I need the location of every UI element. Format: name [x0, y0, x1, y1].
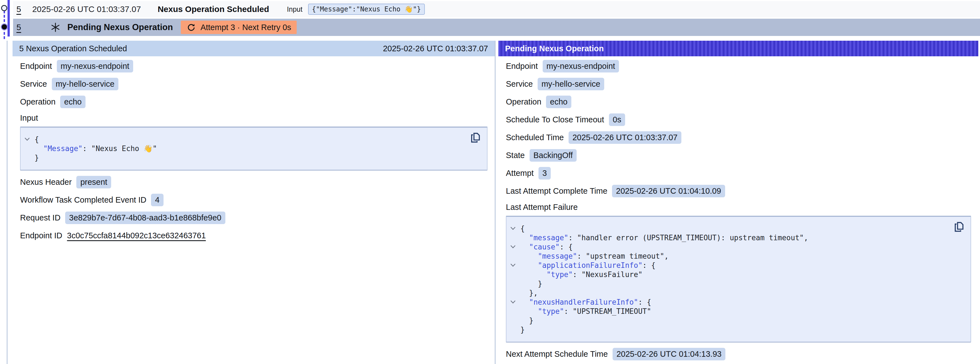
field-operation: Operationecho [20, 95, 489, 108]
field-last-attempt-complete-time: Last Attempt Complete Time2025-02-26 UTC… [506, 185, 973, 197]
field-value-badge: 3 [538, 167, 551, 179]
json-text: } [520, 326, 525, 334]
json-key: "message" [538, 252, 577, 260]
timeline-active-bar [8, 0, 10, 37]
json-key: "cause" [529, 243, 560, 251]
event-id-link[interactable]: 5 [16, 5, 21, 14]
collapse-chevron-down-icon[interactable] [510, 245, 516, 249]
json-text: } [35, 153, 39, 162]
json-code-line: "message": "upstream timeout", [520, 252, 948, 261]
event-row-pending-nexus-operation[interactable]: 5 Pending Nexus Operation Attempt 3 · Ne… [13, 19, 980, 36]
json-text: : { [643, 261, 655, 270]
field-state: StateBackingOff [506, 149, 973, 162]
field-label: Scheduled Time [506, 133, 564, 142]
json-text: { [35, 135, 39, 144]
field-endpoint: Endpointmy-nexus-endpoint [506, 60, 973, 72]
timeline-marker-open-circle-icon [1, 5, 7, 11]
event-title: Nexus Operation Scheduled [158, 5, 269, 14]
field-next-attempt-schedule-time: Next Attempt Schedule Time2025-02-26 UTC… [506, 348, 973, 360]
field-value-badge: 2025-02-26 UTC 01:04:13.93 [612, 348, 725, 360]
json-code-line: "cause": { [520, 243, 948, 252]
field-value-badge: present [76, 176, 111, 188]
json-text: { [520, 224, 525, 233]
collapse-chevron-down-icon[interactable] [510, 263, 516, 268]
collapse-chevron-down-icon[interactable] [510, 226, 516, 231]
json-code-line: { [520, 224, 948, 233]
copy-button[interactable] [953, 221, 965, 233]
collapse-chevron-down-icon[interactable] [24, 137, 30, 142]
field-value-badge: echo [546, 96, 571, 108]
workflow-event-history-view: 5 2025-02-26 UTC 01:03:37.07 Nexus Opera… [0, 0, 980, 364]
field-label: Endpoint [20, 62, 52, 71]
asterisk-pending-icon [50, 22, 61, 33]
pending-operation-fields: Endpointmy-nexus-endpointServicemy-hello… [506, 60, 973, 197]
json-code-line: } [520, 316, 948, 325]
field-attempt: Attempt3 [506, 167, 973, 179]
copy-button[interactable] [469, 132, 481, 144]
pending-operation-header-title: Pending Nexus Operation [505, 44, 604, 53]
json-text: : "upstream timeout", [577, 252, 669, 260]
json-code-line: "type": "UPSTREAM_TIMEOUT" [520, 307, 948, 316]
field-value-badge: my-nexus-endpoint [542, 60, 619, 72]
field-value-badge: 3e829b7e-7d67-4b08-aad3-b1e868bfe9e0 [65, 212, 225, 224]
field-label: Next Attempt Schedule Time [506, 350, 608, 359]
json-text: : "NexusFailure" [573, 270, 643, 279]
json-code-line: }, [520, 289, 948, 298]
field-label: Schedule To Close Timeout [506, 115, 604, 124]
json-text: : { [638, 298, 651, 306]
field-service: Servicemy-hello-service [506, 77, 973, 90]
field-value-badge: my-nexus-endpoint [57, 60, 134, 72]
json-text: } [529, 316, 533, 325]
field-value-badge: 2025-02-26 UTC 01:03:37.07 [568, 131, 681, 144]
field-workflow-task-completed-event-id: Workflow Task Completed Event ID4 [20, 193, 489, 206]
event-id-link[interactable]: 5 [16, 22, 21, 32]
json-code-line: } [35, 153, 465, 163]
json-text: : "UPSTREAM_TIMEOUT" [564, 307, 651, 316]
json-key: "type" [547, 270, 573, 279]
input-json-viewer: { "Message": "Nexus Echo 👋"} [20, 126, 487, 171]
field-label: Request ID [20, 213, 60, 222]
json-code-line: } [520, 279, 948, 289]
json-text: }, [529, 289, 538, 297]
field-label: Workflow Task Completed Event ID [20, 195, 146, 204]
event-timestamp: 2025-02-26 UTC 01:03:37.07 [32, 5, 141, 14]
field-label: Operation [20, 97, 56, 107]
field-operation: Operationecho [506, 95, 973, 108]
field-scheduled-time: Scheduled Time2025-02-26 UTC 01:03:37.07 [506, 131, 973, 144]
json-code-line: "type": "NexusFailure" [520, 270, 948, 279]
field-value-badge: 4 [151, 194, 163, 206]
field-value-badge: echo [60, 96, 86, 108]
panel-left-border [7, 41, 8, 364]
pending-operation-header: Pending Nexus Operation [498, 41, 978, 56]
field-label: Endpoint ID [20, 231, 62, 240]
field-value-badge: BackingOff [530, 149, 577, 162]
last-attempt-failure-label: Last Attempt Failure [506, 202, 973, 212]
timeline-marker-selected-circle-icon [2, 24, 7, 30]
json-text: : { [560, 243, 573, 251]
event-row-nexus-operation-scheduled[interactable]: 5 2025-02-26 UTC 01:03:37.07 Nexus Opera… [13, 1, 980, 17]
json-text: : "Nexus Echo 👋" [83, 144, 157, 153]
attempt-retry-badge: Attempt 3 · Next Retry 0s [181, 21, 297, 34]
collapse-chevron-down-icon[interactable] [510, 300, 516, 304]
field-value-badge: 2025-02-26 UTC 01:04:10.09 [612, 185, 725, 197]
field-label: State [506, 151, 525, 160]
pending-operation-fields: Next Attempt Schedule Time2025-02-26 UTC… [506, 348, 973, 360]
event-input-preview-chip: {"Message":"Nexus Echo 👋"} [308, 4, 425, 15]
field-label: Last Attempt Complete Time [506, 187, 607, 196]
field-value-link[interactable]: 3c0c75ccfa8144b092c13ce632463761 [67, 231, 206, 240]
panel-divider [495, 41, 496, 364]
field-label: Operation [506, 97, 541, 107]
field-label: Service [20, 80, 47, 89]
json-code-line: "message": "handler error (UPSTREAM_TIME… [520, 233, 948, 243]
event-detail-header-title: 5 Nexus Operation Scheduled [19, 44, 127, 53]
field-label: Service [506, 80, 533, 89]
field-value-badge: 0s [609, 113, 625, 126]
field-label: Endpoint [506, 62, 538, 71]
json-code-line: } [520, 325, 948, 334]
field-value-badge: my-hello-service [52, 78, 118, 90]
json-code: { "message": "handler error (UPSTREAM_TI… [520, 224, 948, 334]
event-input-label: Input [287, 5, 302, 13]
attempt-retry-text: Attempt 3 · Next Retry 0s [200, 23, 291, 32]
json-key: "message" [529, 233, 568, 242]
field-value-badge: my-hello-service [538, 78, 604, 90]
